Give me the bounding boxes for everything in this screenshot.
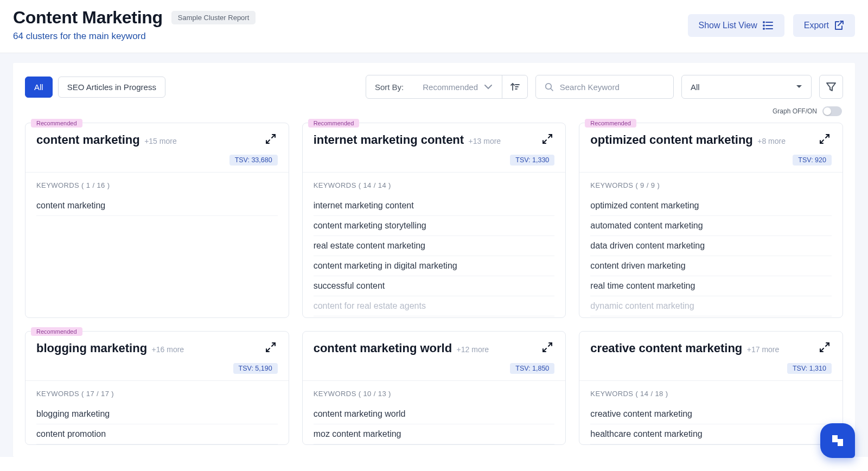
- tsv-badge: TSV: 33,680: [229, 155, 278, 166]
- svg-point-9: [546, 84, 551, 89]
- chevron-down-icon: [484, 85, 492, 90]
- toolbar: All SEO Articles in Progress Sort By: Re…: [25, 75, 843, 99]
- keyword-item[interactable]: blogging marketing: [36, 404, 278, 424]
- expand-button[interactable]: [542, 342, 554, 354]
- tsv-badge: TSV: 1,330: [510, 155, 554, 166]
- keyword-list: creative content marketinghealthcare con…: [590, 404, 832, 444]
- filter-dropdown-value: All: [691, 82, 700, 92]
- graph-toggle-label: Graph OFF/ON: [773, 107, 817, 115]
- keyword-item[interactable]: content promotion: [36, 424, 278, 444]
- app-header: Content Marketing Sample Cluster Report …: [0, 0, 868, 53]
- filter-icon: [826, 81, 837, 92]
- cluster-title: blogging marketing: [36, 341, 147, 355]
- expand-button[interactable]: [266, 134, 278, 146]
- sort-by-label: Sort By:: [366, 82, 412, 92]
- page-title: Content Marketing: [13, 8, 163, 28]
- tsv-badge: TSV: 920: [793, 155, 832, 166]
- cluster-title: content marketing: [36, 133, 140, 147]
- filter-button[interactable]: [819, 75, 843, 99]
- sort-direction-button[interactable]: [502, 75, 527, 98]
- help-fab[interactable]: [820, 423, 855, 457]
- cluster-card: Recommended content marketing +15 more T…: [25, 123, 289, 318]
- cluster-card: creative content marketing +17 more TSV:…: [579, 331, 843, 445]
- keyword-item[interactable]: content marketing world: [314, 404, 555, 424]
- keyword-list: internet marketing contentcontent market…: [314, 196, 555, 316]
- keyword-item[interactable]: content driven marketing: [590, 256, 832, 276]
- keyword-item[interactable]: dynamic content marketing: [590, 296, 832, 316]
- keyword-item[interactable]: internet marketing content: [314, 196, 555, 216]
- more-count: +17 more: [747, 345, 780, 354]
- svg-line-10: [551, 88, 552, 90]
- sort-direction-icon: [510, 82, 520, 92]
- search-icon: [545, 82, 553, 92]
- more-count: +15 more: [144, 137, 177, 145]
- keywords-count: KEYWORDS ( 17 / 17 ): [36, 390, 278, 398]
- show-list-view-button[interactable]: Show List View: [688, 14, 784, 37]
- cluster-card: content marketing world +12 more TSV: 1,…: [302, 331, 566, 445]
- sample-report-chip: Sample Cluster Report: [171, 11, 256, 24]
- expand-button[interactable]: [820, 134, 832, 146]
- more-count: +13 more: [469, 137, 501, 145]
- search-box[interactable]: [535, 75, 674, 99]
- cluster-title: internet marketing content: [314, 133, 464, 147]
- recommended-badge: Recommended: [31, 327, 82, 336]
- recommended-badge: Recommended: [31, 119, 82, 128]
- keywords-count: KEYWORDS ( 14 / 18 ): [590, 390, 832, 398]
- expand-button[interactable]: [266, 342, 278, 354]
- sort-by-control[interactable]: Sort By: Recommended: [366, 75, 528, 99]
- recommended-badge: Recommended: [585, 119, 636, 128]
- graph-toggle[interactable]: [822, 106, 842, 116]
- keyword-list: optimized content marketingautomated con…: [590, 196, 832, 316]
- keyword-list: content marketing worldmoz content marke…: [314, 404, 555, 444]
- keywords-count: KEYWORDS ( 14 / 14 ): [314, 181, 555, 189]
- cluster-title: optimized content marketing: [590, 133, 752, 147]
- keyword-item[interactable]: real time content marketing: [590, 276, 832, 296]
- page-subtitle: 64 clusters for the main keyword: [13, 31, 256, 42]
- caret-down-icon: [796, 85, 802, 89]
- fab-logo-icon: [830, 433, 845, 448]
- keyword-item[interactable]: content marketing storytelling: [314, 216, 555, 236]
- keyword-item[interactable]: moz content marketing: [314, 424, 555, 444]
- cluster-title: content marketing world: [314, 341, 452, 355]
- svg-point-3: [763, 22, 764, 23]
- export-button[interactable]: Export: [793, 14, 855, 37]
- list-icon: [763, 21, 774, 30]
- search-input[interactable]: [560, 82, 665, 92]
- more-count: +16 more: [152, 345, 184, 354]
- expand-button[interactable]: [820, 342, 832, 354]
- keyword-list: content marketing: [36, 196, 278, 216]
- keyword-item[interactable]: optimized content marketing: [590, 196, 832, 216]
- keyword-list: blogging marketingcontent promotion: [36, 404, 278, 444]
- cluster-grid: Recommended content marketing +15 more T…: [25, 123, 843, 445]
- cluster-card: Recommended blogging marketing +16 more …: [25, 331, 289, 445]
- tsv-badge: TSV: 1,850: [510, 363, 554, 374]
- keywords-count: KEYWORDS ( 10 / 13 ): [314, 390, 555, 398]
- keyword-item[interactable]: healthcare content marketing: [590, 424, 832, 444]
- tab-all[interactable]: All: [25, 77, 53, 98]
- keyword-item[interactable]: data driven content marketing: [590, 236, 832, 256]
- expand-button[interactable]: [542, 134, 554, 146]
- sort-by-value: Recommended: [423, 82, 478, 92]
- keyword-item[interactable]: real estate content marketing: [314, 236, 555, 256]
- keywords-count: KEYWORDS ( 1 / 16 ): [36, 181, 278, 189]
- keyword-item[interactable]: successful content: [314, 276, 555, 296]
- keyword-item[interactable]: creative content marketing: [590, 404, 832, 424]
- tab-seo-articles[interactable]: SEO Articles in Progress: [58, 77, 165, 98]
- filter-dropdown[interactable]: All: [681, 75, 812, 99]
- tsv-badge: TSV: 5,190: [233, 363, 278, 374]
- cluster-title: creative content marketing: [590, 341, 742, 355]
- tsv-badge: TSV: 1,310: [787, 363, 832, 374]
- recommended-badge: Recommended: [308, 119, 360, 128]
- show-list-view-label: Show List View: [699, 21, 757, 30]
- keyword-item[interactable]: automated content marketing: [590, 216, 832, 236]
- svg-point-5: [763, 28, 764, 29]
- more-count: +8 more: [757, 137, 786, 145]
- keyword-item[interactable]: content marketing: [36, 196, 278, 216]
- keywords-count: KEYWORDS ( 9 / 9 ): [590, 181, 832, 189]
- keyword-item[interactable]: content marketing in digital marketing: [314, 256, 555, 276]
- keyword-item[interactable]: content for real estate agents: [314, 296, 555, 316]
- cluster-card: Recommended internet marketing content +…: [302, 123, 566, 318]
- more-count: +12 more: [457, 345, 489, 354]
- svg-point-4: [763, 25, 764, 26]
- export-label: Export: [804, 21, 829, 30]
